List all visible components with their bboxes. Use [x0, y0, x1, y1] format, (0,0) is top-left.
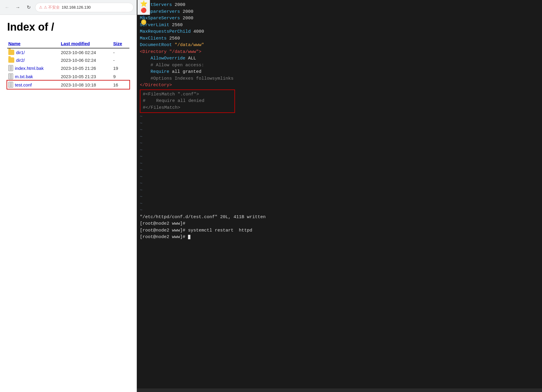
- reload-button[interactable]: ↻: [24, 3, 33, 12]
- file-size-cell: 9: [112, 72, 129, 81]
- file-name-cell: m.txt.bak: [7, 72, 59, 81]
- browser-toolbar: ← → ↻ ⚠ ⚠ 不安全 192.168.126.130: [0, 0, 137, 15]
- terminal-cursor: [188, 235, 190, 239]
- terminal-line: ~: [140, 114, 539, 120]
- terminal-scrollbar[interactable]: [137, 388, 542, 392]
- col-name-link[interactable]: Name: [8, 41, 21, 46]
- file-link[interactable]: index.html.bak: [15, 66, 44, 71]
- ext-red-icon[interactable]: 🔴: [141, 7, 147, 13]
- folder-icon: [8, 57, 14, 63]
- table-header-row: Name Last modified Size: [7, 39, 129, 48]
- terminal-line: ~: [140, 134, 539, 141]
- terminal-line: ~: [140, 127, 539, 134]
- file-modified-cell: 2023-10-05 21:26: [59, 64, 112, 72]
- file-modified-cell: 2023-10-05 21:23: [59, 72, 112, 81]
- col-modified-link[interactable]: Last modified: [61, 41, 90, 46]
- table-row: test.conf2023-10-08 10:1816: [7, 81, 129, 89]
- table-row: dir2/2023-10-06 02:24-: [7, 56, 129, 64]
- terminal-body: StartServers 2000MinSpareServers 2000Max…: [137, 0, 542, 388]
- address-bar[interactable]: ⚠ ⚠ 不安全 192.168.126.130: [35, 3, 134, 12]
- table-row: index.html.bak2023-10-05 21:2619: [7, 64, 129, 72]
- terminal-line: ~: [140, 167, 539, 174]
- file-link[interactable]: test.conf: [15, 82, 32, 87]
- file-size-cell: -: [112, 48, 129, 56]
- file-icon: [8, 73, 13, 79]
- ext-plane-icon[interactable]: ✈: [142, 13, 145, 19]
- file-list-body: dir1/2023-10-06 02:24-dir2/2023-10-06 02…: [7, 48, 129, 89]
- terminal-line: ServerLimit 2560: [140, 22, 539, 29]
- terminal-line: ~: [140, 180, 539, 187]
- file-link[interactable]: m.txt.bak: [15, 74, 33, 79]
- terminal-line: ~: [140, 187, 539, 194]
- terminal-panel: ⭐ 🔴 ✈ 🪙 StartServers 2000MinSpareServers…: [137, 0, 542, 392]
- file-icon: [8, 65, 13, 71]
- terminal-line: ~: [140, 174, 539, 181]
- terminal-line: # Allow open access:: [140, 62, 539, 69]
- insecure-label: ⚠ 不安全: [44, 5, 60, 10]
- table-row: dir1/2023-10-06 02:24-: [7, 48, 129, 56]
- terminal-line: [root@node2 www]#: [140, 234, 539, 241]
- terminal-line: MaxSpareServers 2000: [140, 15, 539, 22]
- forward-button[interactable]: →: [14, 3, 22, 12]
- file-name-cell: test.conf: [7, 81, 59, 89]
- col-modified: Last modified: [59, 39, 112, 48]
- browser-content: Index of / Name Last modified Size dir1/…: [0, 15, 137, 392]
- terminal-line: ~: [140, 147, 539, 154]
- col-size: Size: [112, 39, 129, 48]
- file-size-cell: 16: [112, 81, 129, 89]
- terminal-line: ~: [140, 140, 539, 147]
- table-row: m.txt.bak2023-10-05 21:239: [7, 72, 129, 81]
- terminal-line: AllowOverride ALL: [140, 55, 539, 62]
- file-modified-cell: 2023-10-08 10:18: [59, 81, 112, 89]
- address-text: 192.168.126.130: [62, 5, 91, 10]
- terminal-line: ~: [140, 120, 539, 127]
- highlighted-conf-block: #<FilesMatch ".conf"># Require all denie…: [140, 89, 235, 113]
- terminal-line: DocumentRoot "/data/www": [140, 42, 539, 49]
- file-size-cell: 19: [112, 64, 129, 72]
- terminal-lines-container: StartServers 2000MinSpareServers 2000Max…: [140, 2, 539, 241]
- terminal-line: </Directory>: [140, 82, 539, 89]
- terminal-line: MaxClients 2560: [140, 35, 539, 42]
- file-modified-cell: 2023-10-06 02:24: [59, 56, 112, 64]
- highlighted-block-line: #</FilesMatch>: [143, 105, 232, 111]
- col-size-link[interactable]: Size: [113, 41, 122, 46]
- highlighted-block-line: # Require all denied: [143, 98, 232, 105]
- terminal-line: ~: [140, 207, 539, 214]
- terminal-line: MaxRequestsPerChild 4000: [140, 29, 539, 35]
- file-name-cell: index.html.bak: [7, 64, 59, 72]
- insecure-icon: ⚠ ⚠ 不安全: [39, 5, 60, 10]
- terminal-line: <Directory "/data/www">: [140, 49, 539, 56]
- terminal-line: MinSpareServers 2000: [140, 9, 539, 15]
- ext-coin-icon[interactable]: 🪙: [141, 19, 147, 25]
- terminal-line: ~: [140, 194, 539, 201]
- file-link[interactable]: dir1/: [16, 50, 25, 55]
- terminal-line: ~: [140, 160, 539, 167]
- terminal-line: "/etc/httpd/conf.d/test.conf" 20L, 411B …: [140, 214, 539, 221]
- file-table: Name Last modified Size dir1/2023-10-06 …: [7, 39, 129, 89]
- folder-icon: [8, 50, 14, 55]
- file-size-cell: -: [112, 56, 129, 64]
- col-name: Name: [7, 39, 59, 48]
- file-name-cell: dir1/: [7, 48, 59, 56]
- highlighted-block-line: #<FilesMatch ".conf">: [143, 91, 232, 98]
- terminal-line: #Options Indexes followsymlinks: [140, 75, 539, 82]
- file-modified-cell: 2023-10-06 02:24: [59, 48, 112, 56]
- terminal-line: StartServers 2000: [140, 2, 539, 9]
- terminal-line: ~: [140, 154, 539, 160]
- file-icon: [8, 82, 13, 88]
- terminal-line: [root@node2 www]#: [140, 221, 539, 227]
- browser-panel: ← → ↻ ⚠ ⚠ 不安全 192.168.126.130 Index of /…: [0, 0, 137, 392]
- ext-icon-bar: ⭐ 🔴 ✈ 🪙: [137, 0, 150, 15]
- terminal-line: [root@node2 www]# systemctl restart http…: [140, 227, 539, 234]
- file-name-cell: dir2/: [7, 56, 59, 64]
- back-button[interactable]: ←: [3, 3, 11, 12]
- ext-star-icon[interactable]: ⭐: [140, 0, 148, 7]
- terminal-line: ~: [140, 201, 539, 207]
- file-link[interactable]: dir2/: [16, 58, 25, 63]
- terminal-line: Require all granted: [140, 69, 539, 75]
- page-title: Index of /: [7, 21, 129, 33]
